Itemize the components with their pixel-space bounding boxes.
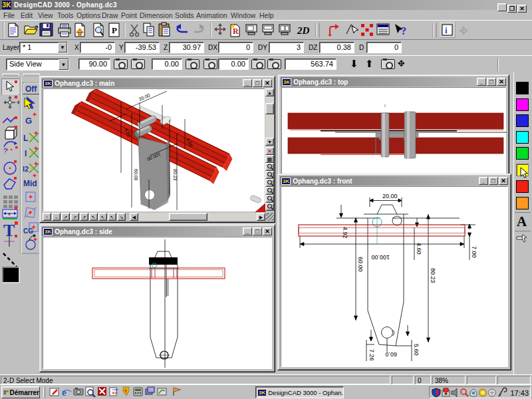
svg-text:5.60: 5.60 (413, 344, 420, 356)
svg-text:i: i (445, 25, 448, 35)
svg-text:x: x (8, 211, 11, 217)
svg-text:7.00: 7.00 (471, 246, 477, 258)
svg-text:60.0: 60.0 (385, 351, 397, 358)
svg-text:CG: CG (23, 227, 33, 235)
svg-text:I: I (25, 149, 27, 158)
svg-text:7.26: 7.26 (368, 349, 375, 361)
svg-text:100.00: 100.00 (371, 254, 390, 261)
svg-text:P: P (112, 25, 117, 35)
svg-text:20.00: 20.00 (382, 193, 398, 200)
svg-text:60.00: 60.00 (134, 169, 138, 181)
svg-text:?: ? (401, 25, 406, 37)
svg-text:L: L (23, 134, 28, 143)
svg-text:Off: Off (25, 84, 37, 94)
svg-text:2D: 2D (297, 25, 310, 36)
svg-text:20.00: 20.00 (138, 92, 151, 102)
svg-text:I2: I2 (23, 165, 29, 173)
svg-text:80.23: 80.23 (173, 169, 178, 181)
svg-text:G: G (25, 116, 32, 126)
svg-text:4.60: 4.60 (416, 243, 422, 255)
svg-text:e: e (62, 387, 66, 398)
svg-text:Mid: Mid (23, 179, 37, 188)
svg-text:4.92: 4.92 (342, 227, 348, 239)
svg-text:60.00: 60.00 (357, 257, 364, 272)
svg-text:80.23: 80.23 (430, 268, 436, 283)
svg-text:?: ? (3, 148, 7, 155)
